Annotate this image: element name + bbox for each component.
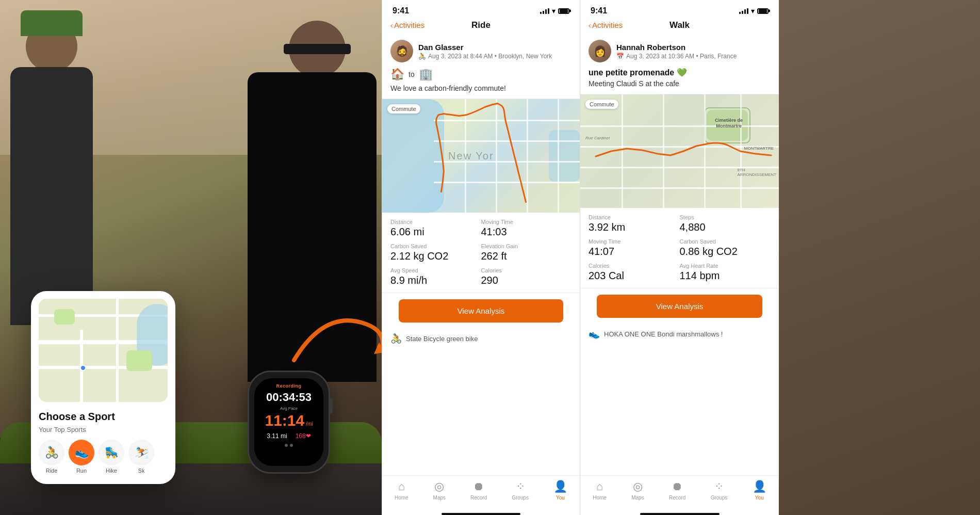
ride-map[interactable]: New Yor Commute xyxy=(382,99,580,213)
ride-map-tag: Commute xyxy=(387,104,420,114)
signal-bars xyxy=(540,8,549,14)
ride-screen: 9:41 ▾ ‹ Activities Ride xyxy=(382,0,580,515)
left-section: Choose a Sport Your Top Sports 🚴 Ride 👟 … xyxy=(0,0,382,515)
walk-stat-heart-rate: Avg Heart Rate 114 bpm xyxy=(680,263,771,282)
ride-phone-screen: 9:41 ▾ ‹ Activities Ride xyxy=(382,0,580,515)
walk-activity-header: 👩 Hannah Robertson 📅 Aug 3, 2023 at 10:3… xyxy=(580,34,779,94)
walk-stat-calories: Calories 203 Cal xyxy=(589,263,680,282)
walk-gear-icon: 👟 xyxy=(589,328,600,340)
walk-back-button[interactable]: ‹ Activities xyxy=(589,21,623,29)
walk-gear-name: HOKA ONE ONE Bondi marshmallows ! xyxy=(604,330,723,338)
walk-nav-title: Walk xyxy=(669,20,690,30)
walk-steps-value: 4,880 xyxy=(680,221,771,233)
walk-phone-screen: 9:41 ▾ ‹ Activities Walk xyxy=(580,0,779,515)
sport-run[interactable]: 👟 Run xyxy=(69,440,94,474)
ride-user-meta: 🚴 Aug 3, 2023 at 8:44 AM • Brooklyn, New… xyxy=(418,53,571,60)
watch-pace: 11:14 xyxy=(265,413,304,428)
ride-stat-calories: Calories 290 xyxy=(481,267,572,286)
walk-map[interactable]: Cimetière deMontmartre MONTMARTRE Rue Ca… xyxy=(580,94,779,208)
walk-nav-groups[interactable]: ⁘ Groups xyxy=(711,480,728,501)
ride-nav-bar: ‹ Activities Ride xyxy=(382,19,580,34)
ride-bottom-nav: ⌂ Home ◎ Maps ⏺ Record ⁘ Groups 👤 You xyxy=(382,475,580,511)
ride-icon: 🚴 xyxy=(39,440,64,465)
walk-view-analysis-button[interactable]: View Analysis xyxy=(597,295,762,318)
run-label: Run xyxy=(76,468,87,474)
ride-gear-row: 🚴 State Bicycle green bike xyxy=(382,329,580,350)
walk-stat-steps: Steps 4,880 xyxy=(680,214,771,233)
watch-screen: Recording 00:34:53 Avg Pace 11:14 /mi 3.… xyxy=(254,378,323,466)
ride-meta-text: Aug 3, 2023 at 8:44 AM • Brooklyn, New Y… xyxy=(428,53,552,60)
home-nav-icon: ⌂ xyxy=(398,480,405,493)
walk-home-nav-label: Home xyxy=(593,495,607,501)
walk-activity-title: une petite promenade 💚 xyxy=(589,68,771,77)
ride-carbon-value: 2.12 kg CO2 xyxy=(390,250,481,262)
walk-signal-bar-1 xyxy=(739,12,741,14)
watch-mockup: Recording 00:34:53 Avg Pace 11:14 /mi 3.… xyxy=(248,371,330,474)
walk-home-indicator xyxy=(640,513,720,515)
ride-nav-you[interactable]: 👤 You xyxy=(553,480,567,501)
ride-status-bar: 9:41 ▾ xyxy=(382,0,580,19)
you-nav-label: You xyxy=(556,495,565,501)
ride-back-label: Activities xyxy=(394,21,424,29)
walk-stat-carbon: Carbon Saved 0.86 kg CO2 xyxy=(680,238,771,258)
phone-mockup: Choose a Sport Your Top Sports 🚴 Ride 👟 … xyxy=(31,291,175,484)
ride-stat-carbon: Carbon Saved 2.12 kg CO2 xyxy=(390,243,481,262)
walk-screen: 9:41 ▾ ‹ Activities Walk xyxy=(580,0,779,515)
phone-subtitle: Your Top Sports xyxy=(39,426,168,433)
walk-stats-row-2: Moving Time 41:07 Carbon Saved 0.86 kg C… xyxy=(589,238,771,258)
ride-view-analysis-wrapper: View Analysis xyxy=(382,293,580,329)
walk-moving-time-label: Moving Time xyxy=(589,238,680,245)
ride-elevation-label: Elevation Gain xyxy=(481,243,572,249)
ride-nav-home[interactable]: ⌂ Home xyxy=(395,480,409,501)
ride-elevation-value: 262 ft xyxy=(481,250,572,262)
groups-nav-icon: ⁘ xyxy=(516,480,525,493)
ride-back-button[interactable]: ‹ Activities xyxy=(390,21,424,29)
walk-nav-maps[interactable]: ◎ Maps xyxy=(631,480,644,501)
walk-status-icons: ▾ xyxy=(739,7,769,15)
walk-groups-nav-icon: ⁘ xyxy=(714,480,724,493)
walk-activity-text: Meeting Claudi S at the cafe xyxy=(589,79,771,88)
watch-recording-label: Recording xyxy=(276,383,301,389)
ride-stats-row-1: Distance 6.06 mi Moving Time 41:03 xyxy=(390,219,571,238)
home-emoji: 🏠 xyxy=(390,68,404,81)
walk-nav-you[interactable]: 👤 You xyxy=(753,480,766,501)
phone-content: Choose a Sport Your Top Sports 🚴 Ride 👟 … xyxy=(39,408,168,476)
ride-nav-title: Ride xyxy=(471,20,491,30)
walk-view-analysis-wrapper: View Analysis xyxy=(580,288,779,324)
walk-wifi-icon: ▾ xyxy=(751,7,755,15)
walk-nav-record[interactable]: ⏺ Record xyxy=(669,480,685,501)
signal-bar-1 xyxy=(540,12,542,14)
wifi-icon: ▾ xyxy=(552,7,556,15)
walk-nav-home[interactable]: ⌂ Home xyxy=(593,480,607,501)
ride-user-avatar: 🧔 xyxy=(390,40,413,62)
ride-view-analysis-button[interactable]: View Analysis xyxy=(399,299,563,323)
watch-stats: 3.11 mi 168❤ xyxy=(267,432,311,440)
sport-sk[interactable]: ⛷️ Sk xyxy=(128,440,154,474)
sport-ride[interactable]: 🚴 Ride xyxy=(39,440,64,474)
walk-heart-rate-label: Avg Heart Rate xyxy=(680,263,771,269)
ride-nav-maps[interactable]: ◎ Maps xyxy=(433,480,446,501)
sport-hike[interactable]: 🛼 Hike xyxy=(99,440,124,474)
walk-meta-text: Aug 3, 2023 at 10:36 AM • Paris, France xyxy=(626,53,737,60)
office-emoji: 🏢 xyxy=(419,68,433,81)
walk-stats-row-1: Distance 3.92 km Steps 4,880 xyxy=(589,214,771,233)
signal-bar-4 xyxy=(548,8,549,14)
ride-nav-groups[interactable]: ⁘ Groups xyxy=(512,480,529,501)
run-icon: 👟 xyxy=(69,440,94,465)
walk-distance-value: 3.92 km xyxy=(589,221,680,233)
walk-moving-time-value: 41:07 xyxy=(589,246,680,258)
signal-bar-3 xyxy=(545,9,547,14)
ride-stat-speed: Avg Speed 8.9 mi/h xyxy=(390,267,481,286)
walk-stat-distance: Distance 3.92 km xyxy=(589,214,680,233)
ride-home-indicator xyxy=(442,513,520,515)
ride-nav-record[interactable]: ⏺ Record xyxy=(470,480,487,501)
walk-you-nav-icon: 👤 xyxy=(753,480,766,493)
ride-user-info: Dan Glasser 🚴 Aug 3, 2023 at 8:44 AM • B… xyxy=(418,43,571,60)
ride-gear-icon: 🚴 xyxy=(390,333,402,344)
walk-user-avatar: 👩 xyxy=(589,40,611,62)
ride-stats-row-2: Carbon Saved 2.12 kg CO2 Elevation Gain … xyxy=(390,243,571,262)
sk-label: Sk xyxy=(138,468,145,474)
ride-meta-icon: 🚴 xyxy=(418,53,426,60)
battery-fill xyxy=(560,9,568,13)
walk-user-meta: 📅 Aug 3, 2023 at 10:36 AM • Paris, Franc… xyxy=(616,53,771,60)
